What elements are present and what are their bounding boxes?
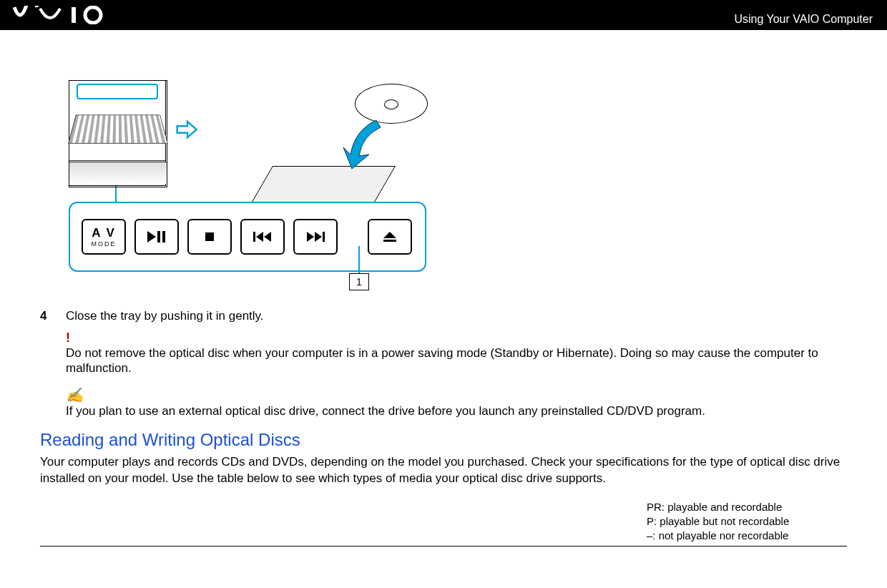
section-body: Your computer plays and records CDs and … xyxy=(40,454,847,487)
page-content: A V MODE 1 4 Close the tray by pus xyxy=(0,30,887,543)
warning-icon: ! xyxy=(66,330,847,346)
svg-rect-4 xyxy=(162,231,165,242)
svg-marker-2 xyxy=(147,231,156,242)
laptop-open-tray-icon xyxy=(69,80,255,196)
next-track-button-icon xyxy=(293,219,338,255)
step-4: 4 Close the tray by pushing it in gently… xyxy=(40,309,847,323)
header-bar: Using Your VAIO Computer xyxy=(0,0,887,30)
svg-marker-9 xyxy=(307,232,314,242)
stop-button-icon xyxy=(187,219,232,255)
disc-insert-illustration: A V MODE 1 xyxy=(69,80,469,295)
av-mode-button-icon: A V MODE xyxy=(82,219,126,255)
svg-rect-3 xyxy=(157,231,160,242)
svg-rect-11 xyxy=(323,232,325,242)
svg-rect-13 xyxy=(383,240,396,242)
eject-button-icon xyxy=(368,219,412,255)
svg-marker-12 xyxy=(383,232,396,238)
note-text: If you plan to use an external optical d… xyxy=(66,403,847,418)
svg-rect-6 xyxy=(253,232,255,242)
note-icon: ✍ xyxy=(66,386,847,403)
insert-arrow-icon xyxy=(340,116,391,173)
vaio-logo-icon xyxy=(13,6,106,24)
step-number: 4 xyxy=(40,309,50,323)
step-text: Close the tray by pushing it in gently. xyxy=(66,309,264,323)
header-section-title: Using Your VAIO Computer xyxy=(734,4,873,26)
callout-number-box: 1 xyxy=(349,273,369,290)
svg-point-1 xyxy=(85,7,101,23)
av-mode-bottom-label: MODE xyxy=(92,240,117,248)
arrow-right-icon xyxy=(176,119,199,139)
legend-p: P: playable but not recordable xyxy=(647,514,833,529)
warning-text: Do not remove the optical disc when your… xyxy=(66,346,847,376)
av-mode-top-label: A V xyxy=(92,226,116,240)
svg-rect-0 xyxy=(72,7,76,23)
legend-dash: –: not playable nor recordable xyxy=(647,529,833,543)
eject-callout-line-icon xyxy=(358,246,360,275)
svg-rect-5 xyxy=(205,232,214,241)
svg-marker-8 xyxy=(264,232,271,242)
av-button-panel: A V MODE xyxy=(69,202,426,272)
media-legend: PR: playable and recordable P: playable … xyxy=(647,500,833,544)
footer-rule xyxy=(40,546,847,547)
prev-track-button-icon xyxy=(240,219,285,255)
section-heading: Reading and Writing Optical Discs xyxy=(40,430,847,450)
svg-marker-7 xyxy=(256,232,263,242)
play-pause-button-icon xyxy=(134,219,179,255)
legend-pr: PR: playable and recordable xyxy=(647,500,833,514)
svg-marker-10 xyxy=(315,232,322,242)
